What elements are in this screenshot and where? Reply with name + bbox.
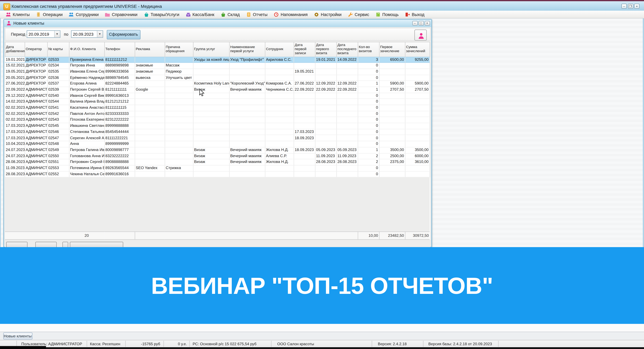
- cell-date_added[interactable]: 02.02.2023: [5, 117, 24, 123]
- cell-phone[interactable]: 81211111111: [104, 87, 135, 93]
- cell-operator[interactable]: АДМИНИСТР: [25, 105, 47, 111]
- cell-client_name[interactable]: Анна: [69, 141, 104, 147]
- report-close-button[interactable]: ×: [424, 21, 430, 25]
- cell-payments_sum[interactable]: 6000,00: [405, 153, 430, 159]
- cell-service_group[interactable]: [193, 63, 229, 69]
- cell-visits_count[interactable]: 2: [358, 153, 379, 159]
- cell-visit_reason[interactable]: Улучшить цвет: [165, 75, 193, 81]
- cell-last_visit_date[interactable]: [336, 75, 358, 81]
- cell-first_booking_date[interactable]: [294, 105, 315, 111]
- cell-advertising[interactable]: [135, 105, 165, 111]
- cell-first_service[interactable]: [229, 105, 265, 111]
- cell-first_payment[interactable]: 5900,00: [379, 81, 405, 87]
- cell-last_visit_date[interactable]: [336, 93, 358, 99]
- cell-date_added[interactable]: 17.03.2023: [5, 123, 24, 129]
- cell-first_service[interactable]: [229, 75, 265, 81]
- cell-visit_reason[interactable]: [165, 111, 193, 117]
- menu-item-cash-bank[interactable]: Касса/Банк: [183, 10, 218, 18]
- cell-operator[interactable]: АДМИНИСТР: [25, 141, 47, 147]
- menu-item-reports[interactable]: Отчеты: [244, 10, 271, 18]
- period-to-input[interactable]: 20.09.2023 ▼: [71, 30, 103, 38]
- cell-first_booking_date[interactable]: [294, 123, 315, 129]
- cell-visit_reason[interactable]: [165, 159, 193, 165]
- cell-first_booking_date[interactable]: 17.03.2023: [294, 129, 315, 135]
- cell-last_visit_date[interactable]: 22.09.2022: [336, 87, 358, 93]
- cell-first_payment[interactable]: [379, 165, 405, 171]
- cell-client_name[interactable]: Петрова Галина Ива: [69, 147, 104, 153]
- cell-advertising[interactable]: [135, 117, 165, 123]
- column-header-first_booking_date[interactable]: Дата первой записи: [294, 42, 315, 56]
- cell-first_payment[interactable]: [379, 111, 405, 117]
- cell-client_name[interactable]: Касаткина Анастаси: [69, 105, 104, 111]
- cell-employee[interactable]: Жилова Н.Д.: [265, 147, 294, 153]
- cell-operator[interactable]: ДИРЕКТОР: [25, 63, 47, 69]
- column-header-operator[interactable]: Оператор: [25, 42, 47, 56]
- cell-advertising[interactable]: знакомые: [135, 69, 165, 75]
- cell-first_payment[interactable]: [379, 129, 405, 135]
- cell-card_no[interactable]: 02534: [47, 63, 69, 69]
- cell-operator[interactable]: АДМИНИСТР: [25, 135, 47, 141]
- cell-service_group[interactable]: [193, 99, 229, 105]
- cell-visit_reason[interactable]: [165, 141, 193, 147]
- taskbar-tab-new-clients[interactable]: Новые клиенты: [3, 333, 32, 340]
- cell-first_payment[interactable]: [379, 93, 405, 99]
- cell-payments_sum[interactable]: [405, 69, 430, 75]
- cell-date_added[interactable]: 02.02.2023: [5, 111, 24, 117]
- cell-first_payment[interactable]: 2500,00: [379, 153, 405, 159]
- cell-operator[interactable]: АДМИНИСТР: [25, 99, 47, 105]
- cell-employee[interactable]: [265, 171, 294, 177]
- cell-client_name[interactable]: Ивашкина Светлана: [69, 123, 104, 129]
- cell-first_payment[interactable]: 6500,00: [379, 56, 405, 62]
- cell-first_service[interactable]: Вечерний макияж: [229, 147, 265, 153]
- cell-last_visit_date[interactable]: 12.09.2022: [336, 81, 358, 87]
- cell-first_booking_date[interactable]: 19.05.2021: [294, 69, 315, 75]
- cell-advertising[interactable]: [135, 153, 165, 159]
- cell-operator[interactable]: ДИРЕКТОР: [25, 75, 47, 81]
- cell-first_service[interactable]: Вечерний макияж: [229, 87, 265, 93]
- cell-first_service[interactable]: Уход "Профилифт": [229, 56, 265, 62]
- cell-first_visit_date[interactable]: [315, 75, 336, 81]
- menu-item-warehouse[interactable]: Склад: [218, 10, 244, 18]
- cell-first_payment[interactable]: [379, 69, 405, 75]
- cell-last_visit_date[interactable]: [336, 165, 358, 171]
- column-header-visit_reason[interactable]: Причина обращения: [165, 42, 193, 56]
- cell-first_payment[interactable]: [379, 141, 405, 147]
- cell-visits_count[interactable]: 0: [358, 105, 379, 111]
- cell-first_booking_date[interactable]: [294, 153, 315, 159]
- cell-payments_sum[interactable]: [405, 165, 430, 171]
- cell-visit_reason[interactable]: [165, 99, 193, 105]
- cell-first_service[interactable]: [229, 93, 265, 99]
- cell-employee[interactable]: Жилова Н.Д.: [265, 159, 294, 165]
- cell-first_payment[interactable]: 3500,00: [379, 147, 405, 153]
- cell-date_added[interactable]: 14.02.2023: [5, 99, 24, 105]
- cell-card_no[interactable]: 02542: [47, 111, 69, 117]
- cell-first_visit_date[interactable]: 12.09.2022: [315, 81, 336, 87]
- cell-visits_count[interactable]: 0: [358, 135, 379, 141]
- cell-card_no[interactable]: 02549: [47, 147, 69, 153]
- cell-first_visit_date[interactable]: [315, 69, 336, 75]
- cell-visit_reason[interactable]: Стрижка: [165, 165, 193, 171]
- cell-last_visit_date[interactable]: [336, 129, 358, 135]
- cell-advertising[interactable]: [135, 159, 165, 165]
- cell-first_visit_date[interactable]: [315, 111, 336, 117]
- menu-item-operations[interactable]: Операции: [33, 10, 66, 18]
- menu-item-service[interactable]: Сервис: [345, 10, 373, 18]
- client-card-button[interactable]: [414, 29, 426, 40]
- minimize-button[interactable]: –: [621, 3, 627, 9]
- cell-date_added[interactable]: 20.05.2021: [5, 75, 24, 81]
- column-header-first_service[interactable]: Наименование первой услуги: [229, 42, 265, 56]
- menu-item-directories[interactable]: Справочники: [102, 10, 141, 18]
- cell-first_booking_date[interactable]: [294, 159, 315, 165]
- cell-payments_sum[interactable]: [405, 99, 430, 105]
- cell-employee[interactable]: [265, 129, 294, 135]
- cell-first_service[interactable]: [229, 129, 265, 135]
- cell-date_added[interactable]: 17.03.2023: [5, 135, 24, 141]
- cell-phone[interactable]: 81111111115: [104, 105, 135, 111]
- cell-first_service[interactable]: [229, 99, 265, 105]
- cell-visit_reason[interactable]: [165, 135, 193, 141]
- cell-phone[interactable]: 89996333656: [104, 69, 135, 75]
- menu-item-exit[interactable]: Выход: [402, 10, 428, 18]
- cell-last_visit_date[interactable]: [336, 117, 358, 123]
- cell-first_booking_date[interactable]: 22.09.2022: [294, 87, 315, 93]
- cell-phone[interactable]: 89999999999: [104, 141, 135, 147]
